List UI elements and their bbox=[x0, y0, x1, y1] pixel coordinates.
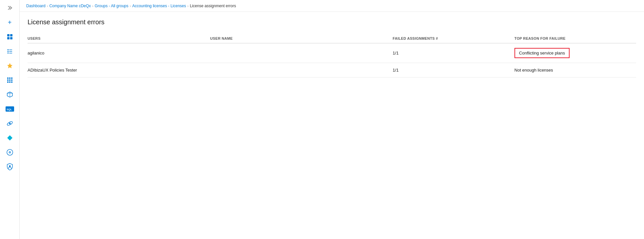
conflicting-service-plans-badge: Conflicting service plans bbox=[514, 48, 570, 58]
svg-rect-6 bbox=[8, 51, 9, 52]
table-header-row: USERS USER NAME FAILED ASSIGNMENTS # TOP… bbox=[28, 34, 636, 43]
errors-table: USERS USER NAME FAILED ASSIGNMENTS # TOP… bbox=[28, 34, 636, 77]
sidebar-item-add[interactable]: + bbox=[3, 16, 17, 29]
apps-icon bbox=[7, 77, 13, 83]
svg-point-23 bbox=[9, 123, 10, 124]
cell-reason-1[interactable]: Conflicting service plans bbox=[514, 43, 636, 63]
dashboard-icon bbox=[7, 33, 13, 40]
cell-username-2 bbox=[210, 63, 393, 77]
svg-rect-9 bbox=[9, 53, 12, 54]
cell-failed-1: 1/1 bbox=[393, 43, 514, 63]
svg-rect-5 bbox=[9, 50, 12, 50]
sidebar-expand-button[interactable] bbox=[4, 3, 16, 13]
breadcrumb-link-company[interactable]: Company Name cDeQx bbox=[49, 4, 91, 8]
sql-icon: SQL bbox=[5, 106, 14, 112]
sidebar-item-monitor[interactable] bbox=[3, 146, 17, 159]
sidebar-item-storage[interactable] bbox=[3, 88, 17, 101]
breadcrumb-link-licenses[interactable]: Accounting licenses - Licenses bbox=[132, 4, 186, 8]
eye-circle-icon bbox=[6, 149, 13, 156]
svg-rect-11 bbox=[7, 77, 9, 79]
svg-rect-3 bbox=[10, 37, 12, 39]
svg-rect-12 bbox=[9, 77, 10, 79]
breadcrumb: Dashboard › Company Name cDeQx › Groups … bbox=[20, 0, 644, 12]
svg-text:SQL: SQL bbox=[7, 108, 12, 111]
col-header-failed: FAILED ASSIGNMENTS # bbox=[393, 34, 514, 43]
list-icon bbox=[7, 48, 13, 54]
plus-icon: + bbox=[8, 19, 12, 26]
svg-rect-19 bbox=[11, 81, 12, 83]
svg-rect-2 bbox=[7, 37, 10, 39]
page-content-area: License assignment errors USERS USER NAM… bbox=[20, 12, 644, 239]
box-icon bbox=[7, 91, 13, 98]
svg-rect-13 bbox=[11, 77, 12, 79]
sidebar: + bbox=[0, 0, 20, 239]
sidebar-item-sql[interactable]: SQL bbox=[3, 102, 17, 116]
svg-point-27 bbox=[9, 152, 10, 153]
page-title: License assignment errors bbox=[28, 18, 636, 26]
svg-point-28 bbox=[9, 165, 10, 167]
cell-users-2: ADIbizaUX Policies Tester bbox=[28, 63, 210, 77]
svg-rect-4 bbox=[8, 49, 9, 50]
svg-rect-8 bbox=[8, 53, 9, 54]
svg-rect-1 bbox=[10, 34, 12, 36]
sidebar-item-orbit[interactable] bbox=[3, 117, 17, 130]
svg-rect-0 bbox=[7, 34, 10, 36]
diamond-icon bbox=[7, 135, 13, 141]
breadcrumb-current: License assignment errors bbox=[190, 4, 236, 8]
svg-marker-24 bbox=[7, 135, 12, 141]
sidebar-item-security[interactable] bbox=[3, 160, 17, 173]
sidebar-item-dashboard[interactable] bbox=[3, 30, 17, 43]
sidebar-item-diamond[interactable] bbox=[3, 131, 17, 144]
svg-rect-16 bbox=[11, 79, 12, 81]
cell-username-1 bbox=[210, 43, 393, 63]
shield-person-icon bbox=[7, 163, 13, 170]
svg-rect-15 bbox=[9, 79, 10, 81]
col-header-users: USERS bbox=[28, 34, 210, 43]
sidebar-item-list[interactable] bbox=[3, 45, 17, 58]
breadcrumb-sep-4: › bbox=[187, 4, 189, 8]
orbit-icon bbox=[6, 120, 13, 127]
cell-users-1: agilanico bbox=[28, 43, 210, 63]
svg-marker-10 bbox=[7, 63, 12, 68]
main-content: Dashboard › Company Name cDeQx › Groups … bbox=[20, 0, 644, 239]
sidebar-item-favorites[interactable] bbox=[3, 59, 17, 72]
breadcrumb-sep-1: › bbox=[47, 4, 48, 8]
cell-failed-2: 1/1 bbox=[393, 63, 514, 77]
table-row[interactable]: agilanico 1/1 Conflicting service plans bbox=[28, 43, 636, 63]
star-icon bbox=[7, 62, 13, 69]
table-row[interactable]: ADIbizaUX Policies Tester 1/1 Not enough… bbox=[28, 63, 636, 77]
cell-reason-2: Not enough licenses bbox=[514, 63, 636, 77]
svg-rect-14 bbox=[7, 79, 9, 81]
svg-rect-18 bbox=[9, 81, 10, 83]
svg-rect-7 bbox=[9, 51, 12, 52]
sidebar-item-apps[interactable] bbox=[3, 74, 17, 87]
col-header-username: USER NAME bbox=[210, 34, 393, 43]
breadcrumb-sep-2: › bbox=[92, 4, 93, 8]
svg-rect-17 bbox=[7, 81, 9, 83]
breadcrumb-sep-3: › bbox=[130, 4, 131, 8]
col-header-reason: TOP REASON FOR FAILURE bbox=[514, 34, 636, 43]
breadcrumb-link-groups[interactable]: Groups - All groups bbox=[95, 4, 129, 8]
breadcrumb-link-dashboard[interactable]: Dashboard bbox=[26, 4, 46, 8]
